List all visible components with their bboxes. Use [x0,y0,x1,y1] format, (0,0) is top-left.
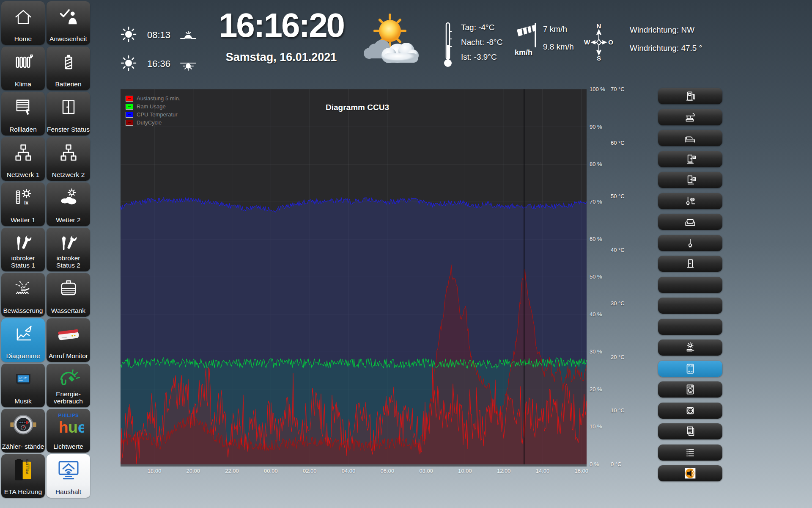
room-button-bathroom[interactable] [658,193,722,209]
sun-icon [120,25,137,43]
temp-night: Nacht: -8°C [461,38,502,47]
sidebar-tile-rollladen[interactable]: Rollladen [1,92,45,135]
temperature-tick-label: 70 °C [611,86,625,92]
x-tick-label: 08:00 [419,468,433,474]
legend-swatch [126,120,133,126]
room-button-entrance-door-2[interactable] [658,172,722,188]
temperature-tick-label: 40 °C [611,247,625,253]
sidebar-tile-fenster-status[interactable]: Fenster Status [47,92,90,135]
pellet-boiler-icon: PELLETS [1,456,45,484]
sunrise-time: 08:13 [147,30,170,41]
percent-tick-label: 50 % [590,273,602,280]
tile-label: iobroker Status 1 [1,255,45,271]
energy-icon [47,365,90,393]
svg-text:lx: lx [24,200,28,206]
room-button-bed[interactable] [658,130,722,146]
door-icon [683,257,697,271]
room-button-washing-machine[interactable] [658,381,722,398]
room-button-brightness[interactable] [658,340,722,356]
sidebar-tile-anwesenheit[interactable]: Anwesenheit [47,1,90,45]
sidebar-tile-klima[interactable]: Klima [1,47,45,90]
percent-tick-label: 100 % [590,86,605,92]
tile-label: iobroker Status 2 [46,255,91,271]
entrance-door-2-icon [683,173,697,187]
sidebar-tile-iobroker-status-1[interactable]: iobroker Status 1 [1,228,45,271]
chart-bottom-edge [121,464,587,467]
sidebar-tile-iobroker-status-2[interactable]: iobroker Status 2 [47,228,90,271]
compass-icon: N W O S [583,22,615,63]
room-button-blank-10[interactable] [658,298,722,314]
tile-label: Anruf Monitor [46,353,91,362]
tile-label: Bewässerung [1,307,45,317]
sidebar-tile-netzwerk-1[interactable]: Netzwerk 1 [1,137,45,181]
ccu3-chart [121,89,587,464]
sidebar-tile-wassertank[interactable]: Wassertank [47,273,90,317]
tile-label: Klima [1,81,45,90]
svg-text:22° 18°: 22° 18° [19,376,27,379]
compass-n: N [597,22,601,30]
tile-label: Netzwerk 2 [46,171,91,181]
wind-direction-deg: Windrichtung: 47.5 ° [630,44,702,53]
tile-label: Fenster Status [46,126,91,135]
window-icon [47,94,90,121]
room-button-living-room[interactable] [658,109,722,125]
sidebar-tile-haushalt[interactable]: Haushalt [47,454,90,498]
weather-lux-icon: lx [1,184,45,212]
legend-swatch [126,112,133,118]
sidebar-tile-musik[interactable]: 22° 18°Musik [1,364,45,407]
temperature-tick-label: 10 °C [611,407,625,414]
charts-icon [1,320,45,348]
wind-speed-2: 9.8 km/h [543,42,574,52]
sidebar-tile-wetter-2[interactable]: Wetter 2 [47,182,90,226]
sidebar-tile-anruf-monitor[interactable]: Anruf Monitor [47,318,90,362]
percent-tick-label: 40 % [590,311,602,318]
sidebar-tile-lichtwerte[interactable]: PHILIPShueLichtwerte [47,409,90,453]
tools-icon [47,229,90,257]
sidebar-tile-home[interactable]: Home [1,1,45,45]
room-button-entrance-door[interactable] [658,151,722,167]
room-button-door[interactable] [658,256,722,272]
sidebar-tile-wetter-1[interactable]: lxWetter 1 [1,182,45,226]
weather-icon [357,12,423,72]
display-panel-icon: 15:07 [683,362,697,376]
svg-text:S: S [597,55,601,62]
sunrise-icon [179,30,197,42]
sidebar-tile-batterien[interactable]: Batterien [47,47,90,90]
sidebar-tile-netzwerk-2[interactable]: Netzwerk 2 [47,137,90,181]
room-button-documents[interactable] [658,423,722,439]
date: Samstag, 16.01.2021 [203,51,359,64]
sidebar-tile-zähler-stände[interactable]: 00562Zähler- stände [1,409,45,453]
speaker-icon [683,466,698,481]
room-button-power-socket[interactable] [658,403,722,419]
chart-title: Diagramm CCU3 [326,103,389,112]
x-tick-label: 20:00 [187,468,200,474]
x-tick-label: 14:00 [536,468,550,474]
legend-label: DutyCycle [137,119,162,126]
sidebar-tile-bewässerung[interactable]: Bewässerung [1,273,45,317]
sidebar-tile-eta-heizung[interactable]: PELLETSETA Heizung [1,454,45,498]
room-button-blank-9[interactable] [658,277,722,293]
sidebar-tile-energie-verbrauch[interactable]: Energie-verbrauch [47,364,90,407]
x-tick-label: 18:00 [148,468,162,474]
tile-label: Haushalt [46,489,91,498]
room-button-list[interactable] [658,444,722,461]
documents-icon [683,424,697,439]
percent-tick-label: 20 % [590,386,602,392]
room-button-fuel-pump[interactable] [658,88,722,104]
tile-label: Energie-verbrauch [46,391,91,407]
bed-icon [683,131,697,145]
room-button-display-panel[interactable]: 15:07 [658,361,722,377]
room-button-speaker[interactable] [658,465,722,481]
battery-icon [47,48,90,76]
sofa-icon [683,215,697,229]
bathroom-icon [683,194,697,208]
legend-label: CPU Temperatur [137,111,178,118]
room-button-sofa[interactable] [658,214,722,230]
room-button-blank-11[interactable] [658,319,722,335]
tile-label: Musik [1,398,45,407]
entrance-door-icon [683,152,697,166]
sidebar-tile-diagramme[interactable]: Diagramme [1,318,45,362]
presence-icon [47,3,90,31]
room-button-wc-brush[interactable] [658,235,722,251]
legend-label: Ram Usage [137,103,166,110]
